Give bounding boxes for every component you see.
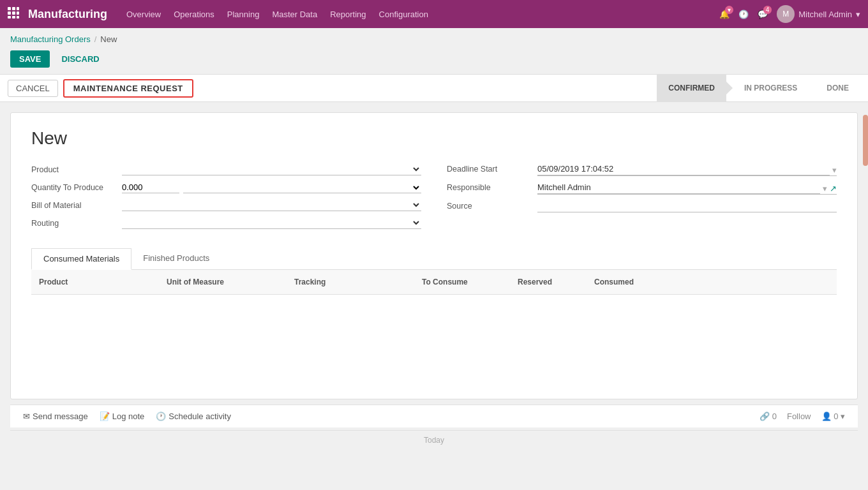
routing-field-row: Routing: [31, 218, 421, 229]
menu-operations[interactable]: Operations: [174, 7, 214, 22]
apps-grid-icon[interactable]: [8, 7, 19, 22]
quantity-input[interactable]: [122, 182, 179, 193]
col-unit: Unit of Measure: [159, 275, 287, 289]
routing-select[interactable]: [122, 218, 421, 229]
tab-content: Product Unit of Measure Tracking To Cons…: [31, 270, 837, 371]
deadline-label: Deadline Start: [447, 165, 530, 174]
chatter-bar: ✉ Send message 📝 Log note 🕐 Schedule act…: [10, 405, 858, 427]
svg-rect-7: [12, 16, 15, 19]
follow-button[interactable]: Follow: [787, 412, 811, 421]
svg-rect-6: [8, 16, 11, 19]
bom-field-row: Bill of Material: [31, 200, 421, 211]
quantity-label: Quantity To Produce: [31, 183, 114, 192]
form-title: New: [31, 128, 837, 149]
form-left-column: Product Quantity To Produce: [31, 164, 421, 235]
responsible-label: Responsible: [447, 183, 530, 192]
source-field-row: Source: [447, 201, 837, 212]
product-label: Product: [31, 165, 114, 174]
status-bar-actions: CANCEL MAINTENANCE REQUEST: [8, 79, 193, 98]
status-steps: CONFIRMED IN PROGRESS DONE: [657, 74, 860, 102]
status-done[interactable]: DONE: [815, 74, 860, 102]
send-message-button[interactable]: ✉ Send message: [23, 412, 88, 421]
source-input[interactable]: [537, 201, 837, 212]
col-to-consume: To Consume: [414, 275, 510, 289]
form-fields: Product Quantity To Produce: [31, 164, 837, 235]
product-field-row: Product: [31, 164, 421, 175]
responsible-input[interactable]: [537, 182, 820, 194]
product-dropdown[interactable]: [122, 164, 421, 175]
discard-button[interactable]: DISCARD: [55, 50, 105, 68]
col-tracking: Tracking: [287, 275, 414, 289]
form-card: New Product Quantity To Produce: [10, 112, 858, 399]
responsible-dropdown-icon: ▾: [823, 184, 827, 193]
form-right-column: Deadline Start ▾ Responsible ▾ ↗: [447, 164, 837, 235]
send-message-icon: ✉: [23, 412, 30, 421]
routing-dropdown[interactable]: [122, 218, 421, 228]
quantity-input-group: [122, 182, 421, 193]
breadcrumb-parent[interactable]: Manufacturing Orders: [10, 34, 91, 44]
user-dropdown-icon: ▾: [856, 10, 860, 19]
notification-bell[interactable]: 🔔 ▾: [719, 10, 730, 19]
log-note-button[interactable]: 📝 Log note: [100, 412, 145, 421]
source-label: Source: [447, 202, 530, 211]
breadcrumb: Manufacturing Orders / New: [0, 28, 868, 48]
table-header: Product Unit of Measure Tracking To Cons…: [31, 270, 837, 295]
deadline-input-wrap[interactable]: ▾: [537, 164, 837, 176]
tab-finished-products[interactable]: Finished Products: [131, 248, 221, 270]
schedule-activity-label: Schedule activity: [168, 412, 231, 421]
chat-badge: 4: [763, 6, 772, 14]
bom-dropdown[interactable]: [122, 200, 421, 211]
menu-master-data[interactable]: Master Data: [272, 7, 317, 22]
menu-overview[interactable]: Overview: [126, 7, 161, 22]
menu-reporting[interactable]: Reporting: [330, 7, 366, 22]
user-name: Mitchell Admin: [798, 10, 852, 19]
svg-rect-8: [17, 16, 19, 19]
bom-label: Bill of Material: [31, 201, 114, 210]
schedule-activity-icon: 🕐: [156, 412, 166, 421]
breadcrumb-separator: /: [94, 34, 97, 44]
col-reserved: Reserved: [510, 275, 587, 289]
likes-count[interactable]: 🔗 0: [760, 412, 777, 421]
cancel-button[interactable]: CANCEL: [8, 80, 58, 97]
deadline-field-row: Deadline Start ▾: [447, 164, 837, 176]
svg-rect-4: [12, 11, 15, 15]
maintenance-request-button[interactable]: MAINTENANCE REQUEST: [63, 79, 193, 98]
deadline-input[interactable]: [537, 164, 830, 175]
user-avatar: M: [777, 5, 795, 23]
followers-count[interactable]: 👤 0 ▾: [821, 412, 845, 421]
save-button[interactable]: SAVE: [10, 50, 50, 68]
col-product: Product: [31, 275, 159, 289]
status-confirmed[interactable]: CONFIRMED: [657, 74, 726, 102]
log-note-label: Log note: [112, 412, 145, 421]
bom-select[interactable]: [122, 200, 421, 211]
menu-configuration[interactable]: Configuration: [379, 7, 428, 22]
tabs-section: Consumed Materials Finished Products Pro…: [31, 248, 837, 371]
main-menu: Overview Operations Planning Master Data…: [126, 7, 719, 22]
svg-rect-1: [12, 7, 15, 10]
tabs-header: Consumed Materials Finished Products: [31, 248, 837, 270]
responsible-field-row: Responsible ▾ ↗: [447, 182, 837, 195]
deadline-dropdown-icon: ▾: [832, 165, 837, 175]
responsible-external-link[interactable]: ↗: [830, 184, 837, 193]
breadcrumb-current: New: [100, 34, 117, 44]
quantity-field-row: Quantity To Produce: [31, 182, 421, 193]
svg-rect-5: [17, 11, 19, 15]
action-bar: SAVE DISCARD: [0, 48, 868, 74]
main-content: New Product Quantity To Produce: [0, 102, 868, 457]
scroll-indicator[interactable]: [863, 115, 868, 166]
app-brand: Manufacturing: [28, 8, 107, 21]
chat-icon[interactable]: 💬 4: [758, 10, 768, 19]
user-menu[interactable]: M Mitchell Admin ▾: [777, 5, 860, 23]
status-in-progress[interactable]: IN PROGRESS: [733, 74, 809, 102]
log-note-icon: 📝: [100, 412, 110, 421]
quantity-unit-select[interactable]: [183, 182, 421, 193]
clock-icon[interactable]: 🕐: [738, 10, 749, 19]
tab-consumed-materials[interactable]: Consumed Materials: [31, 248, 131, 270]
product-select[interactable]: [122, 164, 421, 175]
chatter-today: Today: [10, 430, 858, 447]
notification-badge: ▾: [725, 6, 733, 14]
schedule-activity-button[interactable]: 🕐 Schedule activity: [156, 412, 231, 421]
send-message-label: Send message: [33, 412, 88, 421]
svg-rect-0: [8, 7, 11, 10]
menu-planning[interactable]: Planning: [227, 7, 260, 22]
